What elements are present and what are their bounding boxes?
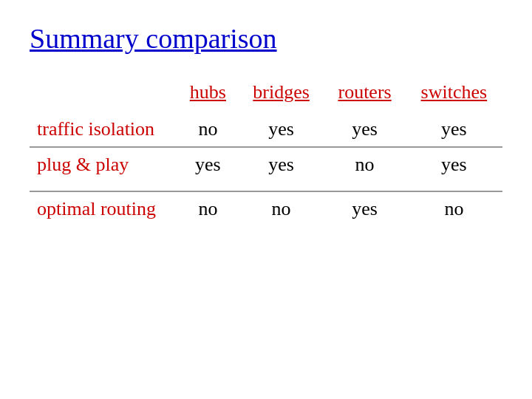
- header-switches: switches: [406, 77, 502, 108]
- cell-plug-switches: yes: [406, 147, 502, 182]
- table-row: plug & play yes yes no yes: [30, 147, 502, 182]
- cell-plug-bridges: yes: [239, 147, 324, 182]
- cell-plug-routers: no: [324, 147, 405, 182]
- cell-optimal-routers: yes: [324, 191, 405, 226]
- page: Summary comparison hubs bridges routers …: [0, 0, 532, 399]
- row-label-optimal-routing: optimal routing: [30, 191, 177, 226]
- header-routers: routers: [324, 77, 405, 108]
- spacer-row: [30, 182, 502, 191]
- header-bridges: bridges: [239, 77, 324, 108]
- page-title: Summary comparison: [30, 22, 502, 55]
- row-label-traffic-isolation: traffic isolation: [30, 108, 177, 147]
- row-label-plug-play: plug & play: [30, 147, 177, 182]
- cell-optimal-switches: no: [406, 191, 502, 226]
- cell-traffic-switches: yes: [406, 108, 502, 147]
- cell-traffic-bridges: yes: [239, 108, 324, 147]
- comparison-table: hubs bridges routers switches traffic is…: [30, 77, 502, 226]
- cell-plug-hubs: yes: [177, 147, 239, 182]
- table-row: optimal routing no no yes no: [30, 191, 502, 226]
- header-hubs: hubs: [177, 77, 239, 108]
- cell-optimal-hubs: no: [177, 191, 239, 226]
- table-header-row: hubs bridges routers switches: [30, 77, 502, 108]
- cell-traffic-routers: yes: [324, 108, 405, 147]
- cell-traffic-hubs: no: [177, 108, 239, 147]
- header-empty: [30, 77, 177, 108]
- table-row: traffic isolation no yes yes yes: [30, 108, 502, 147]
- cell-optimal-bridges: no: [239, 191, 324, 226]
